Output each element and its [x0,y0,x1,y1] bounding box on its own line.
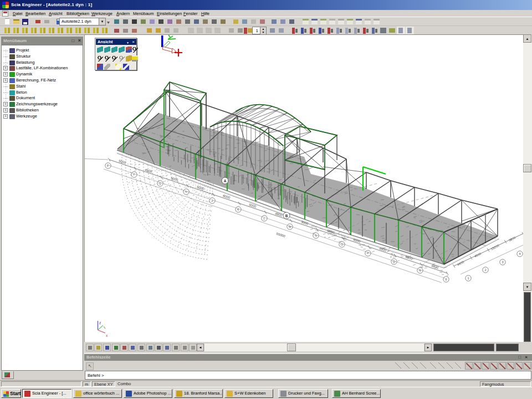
svg-text:4500: 4500 [474,252,482,258]
svg-text:55000: 55000 [276,232,286,238]
svg-text:3: 3 [502,260,503,264]
svg-text:15200: 15200 [490,244,500,251]
svg-text:5000: 5000 [352,238,361,243]
svg-text:4: 4 [519,252,520,255]
svg-text:A: A [224,179,227,183]
svg-text:1: 1 [467,277,469,280]
svg-text:B: B [285,214,288,218]
svg-text:5000: 5000 [170,176,178,182]
svg-text:5000: 5000 [196,185,204,191]
svg-text:3000: 3000 [300,220,309,226]
svg-text:3800: 3800 [508,236,516,242]
svg-text:x: x [106,334,108,337]
svg-text:z: z [99,321,101,325]
svg-text:2: 2 [484,268,486,272]
svg-text:4400: 4400 [457,260,464,267]
